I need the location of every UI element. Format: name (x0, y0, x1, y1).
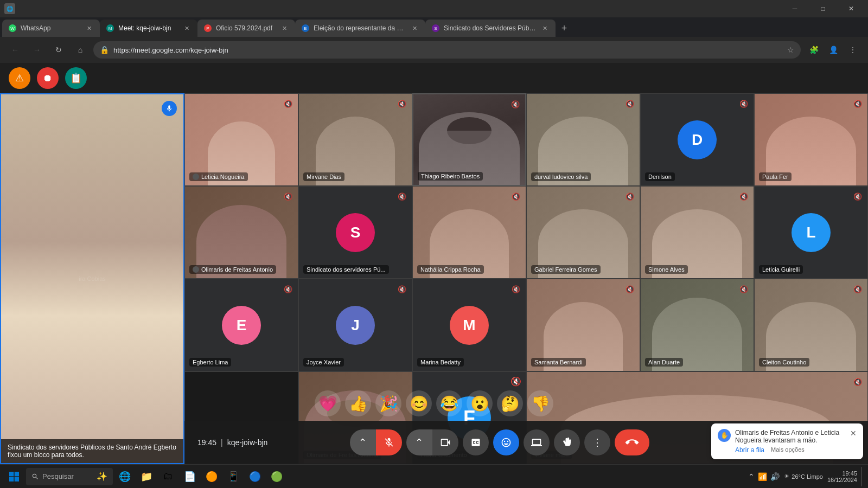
weather-info: ☀ 26°C Limpo (784, 473, 823, 480)
mic-group: ⌃ (350, 429, 402, 455)
emoji-surprised[interactable]: 😮 (467, 390, 493, 416)
emoji-thumbsdown[interactable]: 👎 (527, 390, 553, 416)
toolbar-btn-record[interactable]: ⏺ (37, 67, 59, 89)
taskbar-chrome2[interactable]: 🟢 (267, 467, 286, 486)
taskbar-acrobat[interactable]: 📄 (180, 467, 200, 486)
minimize-button[interactable]: ─ (782, 0, 807, 17)
taskbar-search[interactable]: Pesquisar ✨ (26, 468, 113, 485)
tile-sindicato: S 🔇 Sindicato dos servidores Pú... (298, 186, 412, 279)
more-options-button[interactable]: ⋮ (584, 429, 610, 455)
tab-pdf[interactable]: P Oficio 579.2024.pdf ✕ (197, 20, 295, 37)
local-video-stream: ira Cobias (1, 94, 183, 463)
profile-button[interactable]: 👤 (825, 41, 842, 59)
alan-mute-icon: 🔇 (738, 284, 749, 294)
show-desktop-button[interactable] (861, 467, 864, 486)
captions-button[interactable] (463, 429, 489, 455)
emoji-heart[interactable]: 💗 (315, 390, 341, 416)
weather-icon: ☀ (784, 473, 789, 480)
alan-name: Alan Duarte (645, 358, 683, 367)
back-button[interactable]: ← (7, 41, 24, 59)
more-options-link[interactable]: Mais opções (771, 446, 805, 454)
expand-up-button[interactable]: ⌃ (350, 429, 376, 455)
end-call-button[interactable] (615, 429, 649, 455)
tab-sindicato[interactable]: S Sindicato dos Servidores Público... ✕ (425, 20, 556, 37)
raise-hand-button[interactable] (554, 429, 580, 455)
cleiton-name: Cleiton Coutinho (759, 358, 809, 367)
mirvane-name: Mirvane Dias (303, 172, 344, 181)
taskbar-app3[interactable]: 🗂 (158, 467, 178, 486)
clock-date: 16/12/2024 (827, 477, 857, 483)
taskbar-edge[interactable]: 🔵 (245, 467, 265, 486)
taskbar-app6[interactable]: 📱 (224, 467, 243, 486)
volume-icon[interactable]: 🔊 (770, 472, 780, 481)
tab-sindicato-close[interactable]: ✕ (540, 24, 549, 33)
home-button[interactable]: ⌂ (72, 41, 89, 59)
taskbar-chrome[interactable]: 🌐 (115, 467, 135, 486)
emoji-think[interactable]: 🤔 (497, 390, 523, 416)
tile-thiago: 🔇 Thiago Ribeiro Bastos (412, 93, 526, 186)
joyce-avatar: J (336, 306, 375, 345)
tab-meet-close[interactable]: ✕ (182, 24, 191, 33)
olimaris-name-avatar (193, 266, 199, 273)
tile-mirvane: 🔇 Mirvane Dias (298, 93, 412, 186)
toolbar-btn-3[interactable]: 📋 (65, 67, 87, 89)
present-button[interactable] (524, 429, 550, 455)
maximize-button[interactable]: □ (810, 0, 835, 17)
egberto-name: Egberto Lima (189, 358, 231, 367)
more-button[interactable]: ⋮ (844, 41, 861, 59)
tab-pdf-close[interactable]: ✕ (280, 24, 289, 33)
forward-button[interactable]: → (28, 41, 46, 59)
network-icon[interactable]: 📶 (758, 472, 767, 481)
tile-paula: 🔇 Paula Fer (754, 93, 868, 186)
close-button[interactable]: ✕ (839, 0, 864, 17)
tab-eleicao-close[interactable]: ✕ (410, 24, 419, 33)
emoji-party[interactable]: 🎉 (375, 390, 401, 416)
emoji-thumbsup[interactable]: 👍 (345, 390, 371, 416)
emoji-smile[interactable]: 😊 (406, 390, 432, 416)
eleicao-favicon: E (302, 24, 309, 32)
emoji-button[interactable] (493, 429, 519, 455)
sindicato-favicon: S (432, 24, 439, 32)
nathalia-bg (413, 187, 526, 278)
taskbar-clock[interactable]: 19:45 16/12/2024 (827, 470, 857, 483)
mirvane-bg (299, 94, 412, 185)
address-bar[interactable]: 🔒 https://meet.google.com/kqe-joiw-bjn ☆ (93, 41, 801, 59)
denilson-avatar: D (678, 120, 717, 159)
tab-meet-label: Meet: kqe-joiw-bjn (118, 24, 178, 32)
tile-denilson: D 🔇 Denilson (640, 93, 754, 186)
tab-whatsapp[interactable]: W WhatsApp ✕ (2, 20, 100, 37)
tab-eleicao[interactable]: E Eleição do representante da Com... ✕ (295, 20, 425, 37)
olimaris-name: Olimaris de Freitas Antonio (189, 265, 276, 274)
controls-center: ⌃ ⌃ (350, 429, 649, 455)
whatsapp-favicon: W (9, 24, 16, 32)
watermark-text: ira Cobias (79, 275, 106, 282)
meeting-time: 19:45 (197, 438, 216, 447)
start-button[interactable] (4, 467, 24, 486)
toolbar-btn-1[interactable]: ⚠ (9, 67, 30, 89)
simone-name: Simone Alves (645, 265, 688, 274)
open-queue-link[interactable]: Abrir a fila (735, 446, 764, 454)
new-tab-button[interactable]: + (556, 20, 573, 37)
svg-rect-0 (9, 472, 14, 476)
taskbar-explorer[interactable]: 📁 (137, 467, 156, 486)
tab-whatsapp-close[interactable]: ✕ (85, 24, 93, 33)
camera-expand-button[interactable]: ⌃ (406, 429, 432, 455)
google-toolbar: ⚠ ⏺ 📋 (0, 63, 868, 93)
tab-meet[interactable]: M Meet: kqe-joiw-bjn ✕ (100, 20, 197, 37)
simone-bg (641, 187, 754, 278)
tile-durval: 🔇 durval ludovico silva (526, 93, 640, 186)
emoji-laugh[interactable]: 😂 (436, 390, 462, 416)
bookmark-icon[interactable]: ☆ (787, 46, 794, 54)
notification-close-button[interactable]: ✕ (850, 429, 857, 438)
leticia2-name: Leticia Guirelli (759, 265, 803, 274)
extensions-button[interactable]: 🧩 (805, 41, 822, 59)
svg-rect-1 (15, 472, 19, 476)
taskbar-app5[interactable]: 🟠 (202, 467, 221, 486)
emoji-reactions-bar: 💗 👍 🎉 😊 😂 😮 🤔 👎 (315, 390, 553, 416)
clock-time: 19:45 (827, 470, 857, 477)
camera-button[interactable] (432, 429, 458, 455)
refresh-button[interactable]: ↻ (50, 41, 67, 59)
mute-button[interactable] (376, 429, 402, 455)
alan-bg (641, 279, 754, 371)
expand-tray-icon[interactable]: ⌃ (748, 472, 755, 481)
